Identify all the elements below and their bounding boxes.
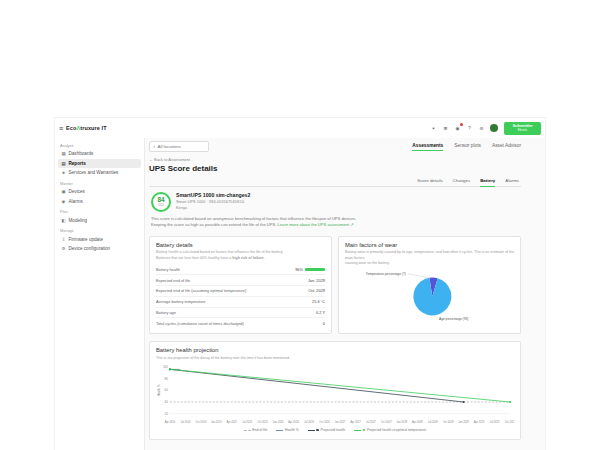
battery-details-title: Battery details bbox=[156, 242, 325, 248]
sidebar-item-label: Device configuration bbox=[69, 246, 111, 251]
svg-text:100: 100 bbox=[163, 365, 168, 369]
row-label: Battery age bbox=[156, 310, 176, 315]
sidebar-item-label: Alarms bbox=[69, 199, 83, 204]
svg-text:Apr 2026: Apr 2026 bbox=[288, 420, 299, 424]
svg-text:Jan 2025: Jan 2025 bbox=[211, 420, 222, 424]
subtab-alarms[interactable]: Alarms bbox=[505, 178, 519, 186]
sidebar-group-plan: Plan bbox=[60, 210, 139, 214]
menu-icon[interactable]: ≡ bbox=[59, 125, 63, 132]
detail-subtabs: Score details Changes Battery Alarms bbox=[149, 176, 521, 187]
svg-text:60: 60 bbox=[165, 388, 169, 392]
tab-asset-advisor[interactable]: Asset Advisor bbox=[492, 143, 521, 151]
wear-factors-desc: Battery wear is primarily caused by its … bbox=[345, 250, 514, 266]
services-icon: ◈ bbox=[61, 170, 66, 175]
table-row: Average battery temperature25.6 °C bbox=[156, 297, 325, 308]
wear-factors-title: Main factors of wear bbox=[345, 242, 514, 248]
location-filter-input[interactable] bbox=[157, 144, 205, 149]
battery-rows: Battery health96% Expected end of lifeJa… bbox=[156, 264, 325, 328]
row-value: 25.6 °C bbox=[312, 299, 325, 304]
learn-more-link[interactable]: Learn more about the UPS assessment ↗ bbox=[278, 222, 354, 227]
table-row: Expected end of life (assuming optimal t… bbox=[156, 286, 325, 297]
sidebar-item-label: Firmware update bbox=[69, 237, 103, 242]
svg-text:Jul 2027: Jul 2027 bbox=[366, 420, 376, 424]
chart-legend: End of lifeHealth %Projected healthProje… bbox=[156, 428, 514, 434]
svg-text:Apr 2024: Apr 2024 bbox=[165, 420, 176, 424]
subtab-changes[interactable]: Changes bbox=[453, 178, 471, 186]
report-tabs: Assessments Sensor plots Asset Advisor bbox=[412, 141, 521, 151]
sidebar-item-devices[interactable]: ▣Devices bbox=[58, 187, 141, 196]
legend-item[interactable]: End of life bbox=[244, 428, 268, 432]
tab-sensor-plots[interactable]: Sensor plots bbox=[454, 143, 481, 151]
battery-details-desc: Battery health is calculated based on fa… bbox=[156, 250, 325, 261]
row-value: 96% bbox=[295, 267, 303, 272]
reports-icon: ▤ bbox=[61, 161, 66, 166]
sidebar-item-alarms[interactable]: ◉Alarms bbox=[58, 197, 141, 206]
svg-text:Oct 2026: Oct 2026 bbox=[319, 420, 330, 424]
table-row: Battery age0.2 Y bbox=[156, 308, 325, 319]
notifications-icon[interactable]: ◉ bbox=[453, 124, 462, 133]
svg-text:Oct 2027: Oct 2027 bbox=[381, 420, 392, 424]
svg-text:Jan 2029: Jan 2029 bbox=[458, 420, 469, 424]
legend-item[interactable]: Projected health bbox=[308, 428, 345, 432]
svg-text:20: 20 bbox=[165, 412, 169, 416]
sidebar: Analyze ▦Dashboards ▤Reports ◈Services a… bbox=[55, 138, 145, 450]
back-link[interactable]: ← Back to Assessment bbox=[149, 157, 521, 162]
row-label: Expected end of life (assuming optimal t… bbox=[156, 288, 246, 293]
help-icon[interactable]: ? bbox=[465, 124, 474, 133]
settings-icon[interactable]: ⚙ bbox=[477, 124, 486, 133]
firmware-update-icon: ↧ bbox=[61, 237, 66, 242]
row-label: Expected end of life bbox=[156, 278, 190, 283]
svg-text:Health %: Health % bbox=[157, 384, 161, 396]
svg-text:Temperature percentage (7): Temperature percentage (7) bbox=[366, 272, 406, 276]
app-logo[interactable]: EcoΛtruxure IT bbox=[66, 125, 107, 131]
svg-text:40: 40 bbox=[165, 400, 169, 404]
svg-text:80: 80 bbox=[165, 377, 169, 381]
device-configuration-icon: ⚙ bbox=[61, 246, 66, 251]
sidebar-item-device-configuration[interactable]: ⚙Device configuration bbox=[58, 244, 141, 253]
svg-text:Apr 2029: Apr 2029 bbox=[474, 420, 485, 424]
device-name[interactable]: SmartUPS 1000 sim-changes2 bbox=[176, 192, 250, 198]
sidebar-item-services-warranties[interactable]: ◈Services and Warranties bbox=[58, 168, 141, 177]
sidebar-group-analyze: Analyze bbox=[60, 144, 139, 148]
legend-item[interactable]: Projected health at optimal temperature bbox=[354, 428, 426, 432]
sidebar-group-manage: Manage bbox=[60, 229, 139, 233]
location-filter[interactable]: ⌖ bbox=[149, 141, 209, 152]
battery-desc-line2: Batteries that are less than 40% healthy… bbox=[156, 256, 232, 260]
wear-factors-card: Main factors of wear Battery wear is pri… bbox=[338, 236, 521, 334]
subtab-battery[interactable]: Battery bbox=[480, 178, 495, 186]
apps-icon[interactable]: ⊞ bbox=[441, 124, 450, 133]
tab-assessments[interactable]: Assessments bbox=[412, 143, 443, 151]
devices-icon: ▣ bbox=[61, 189, 66, 194]
device-summary: 84 /100 SmartUPS 1000 sim-changes2 Smart… bbox=[151, 192, 519, 212]
battery-details-card: Battery details Battery health is calcul… bbox=[149, 236, 332, 334]
score-max: /100 bbox=[158, 204, 163, 207]
row-label: Average battery temperature bbox=[156, 299, 205, 304]
svg-text:Oct 2028: Oct 2028 bbox=[443, 420, 454, 424]
main-content: ⌖ Assessments Sensor plots Asset Advisor… bbox=[145, 138, 545, 450]
svg-text:Apr 2025: Apr 2025 bbox=[227, 420, 238, 424]
notification-badge bbox=[460, 123, 463, 126]
subtab-score-details[interactable]: Score details bbox=[417, 178, 442, 186]
sidebar-item-firmware-update[interactable]: ↧Firmware update bbox=[58, 235, 141, 244]
device-location: Kenya bbox=[176, 205, 250, 210]
modeling-icon: ◧ bbox=[61, 218, 66, 223]
row-label: Battery health bbox=[156, 267, 180, 272]
logo-suffix: truxure IT bbox=[80, 125, 106, 131]
location-pin-icon: ⌖ bbox=[153, 144, 155, 149]
svg-text:Jul 2029: Jul 2029 bbox=[490, 420, 500, 424]
device-model-serial: Smart-UPS 1000 · 3S4-00156754DK10 bbox=[176, 199, 250, 204]
sidebar-item-modeling[interactable]: ◧Modeling bbox=[58, 216, 141, 225]
battery-projection-card: Battery health projection This is our pr… bbox=[149, 341, 521, 440]
table-row: Expected end of lifeJan, 2029 bbox=[156, 275, 325, 286]
score-note-line2: Keeping the score as high as possible ca… bbox=[151, 222, 276, 227]
user-avatar[interactable] bbox=[490, 124, 498, 132]
legend-item[interactable]: Health % bbox=[276, 428, 298, 432]
sidebar-item-dashboards[interactable]: ▦Dashboards bbox=[58, 149, 141, 158]
announcements-icon[interactable]: ✶ bbox=[429, 124, 438, 133]
score-description: This score is calculated based on anonym… bbox=[151, 216, 519, 229]
svg-text:Jan 2028: Jan 2028 bbox=[396, 420, 407, 424]
sidebar-item-reports[interactable]: ▤Reports bbox=[58, 159, 141, 168]
app-window: ≡ EcoΛtruxure IT ✶ ⊞ ◉ ? ⚙ Schneider Ele… bbox=[55, 118, 545, 450]
svg-text:Apr 2028: Apr 2028 bbox=[412, 420, 423, 424]
svg-text:Apr 2027: Apr 2027 bbox=[350, 420, 361, 424]
